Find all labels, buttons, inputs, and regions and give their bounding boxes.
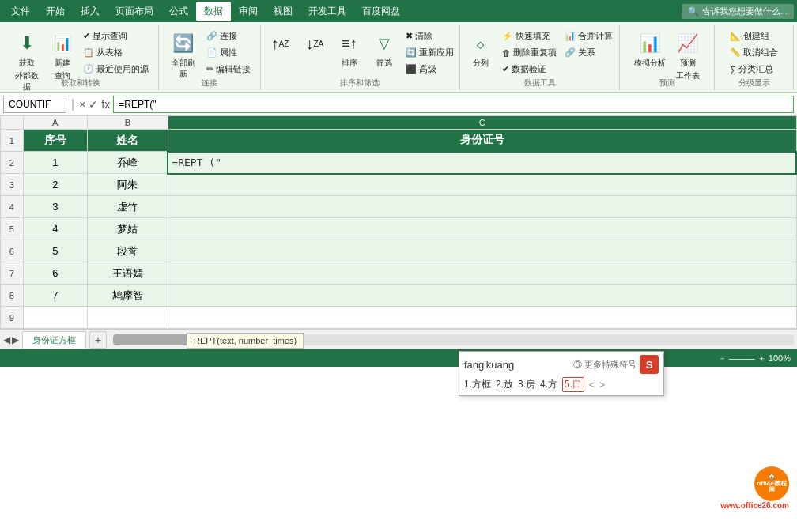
sheet-tab-1[interactable]: 身份证方框 <box>22 331 86 349</box>
name-box[interactable]: COUNTIF <box>3 96 66 113</box>
ime-info-btn[interactable]: ⑥ 更多特殊符号 <box>573 359 636 371</box>
cell-c4[interactable] <box>168 196 796 218</box>
merge-calc-button[interactable]: 📊 合并计算 <box>561 28 616 43</box>
formula-input[interactable] <box>113 96 794 113</box>
split-col-button[interactable]: ⬦ 分列 <box>464 28 497 71</box>
ime-candidate-2[interactable]: 2.放 <box>496 378 513 391</box>
col-header-c[interactable]: C <box>168 116 796 130</box>
quick-fill-button[interactable]: ⚡ 快速填充 <box>499 28 560 43</box>
row-header-4[interactable]: 4 <box>1 196 24 218</box>
cell-c5[interactable] <box>168 218 796 240</box>
menu-file[interactable]: 文件 <box>3 2 38 21</box>
row-header-6[interactable]: 6 <box>1 240 24 262</box>
grid-table: A B C 1 序号 姓名 身份证号 2 1 乔峰 =REPT (" 3 <box>0 115 797 329</box>
show-query-button[interactable]: ✔ 显示查询 <box>80 28 152 43</box>
ungroup-button[interactable]: 📏 取消组合 <box>727 45 781 60</box>
cell-b8[interactable]: 鸠摩智 <box>88 285 168 307</box>
sheet-scroll: ◀ ▶ <box>3 334 19 345</box>
from-table-button[interactable]: 📋 从表格 <box>80 45 152 60</box>
menu-insert[interactable]: 插入 <box>73 2 108 21</box>
cell-c2[interactable]: =REPT (" <box>168 152 796 174</box>
cell-c8[interactable] <box>168 285 796 307</box>
cell-c7[interactable] <box>168 262 796 285</box>
ime-candidates: 1.方框 2.放 3.房 4.方 5.口 < > <box>464 377 659 392</box>
menu-review[interactable]: 审阅 <box>231 2 266 21</box>
group-button[interactable]: 📐 创建组 <box>727 28 781 43</box>
ime-candidate-3[interactable]: 3.房 <box>518 378 535 391</box>
cell-a3[interactable]: 2 <box>23 174 87 196</box>
new-query-button[interactable]: 📊 新建 查询 <box>47 28 78 84</box>
formula-sep: | <box>70 97 76 111</box>
reapply-button[interactable]: 🔄 重新应用 <box>402 45 457 60</box>
sort-desc-button[interactable]: ↓ZA <box>298 28 331 58</box>
cell-a2[interactable]: 1 <box>23 152 87 174</box>
menu-dev[interactable]: 开发工具 <box>300 2 354 21</box>
cell-b9[interactable] <box>88 307 168 329</box>
menu-data[interactable]: 数据 <box>196 2 231 21</box>
cell-a8[interactable]: 7 <box>23 285 87 307</box>
sheet-scroll-left[interactable]: ◀ <box>3 334 10 345</box>
filter-button[interactable]: ▽ 筛选 <box>368 28 401 71</box>
recent-source-button[interactable]: 🕐 最近使用的源 <box>80 62 152 77</box>
cell-c9[interactable] <box>168 307 796 329</box>
remove-dup-button[interactable]: 🗑 删除重复项 <box>499 45 560 60</box>
func-icon[interactable]: fx <box>101 98 110 111</box>
cell-b4[interactable]: 虚竹 <box>88 196 168 218</box>
col-header-a[interactable]: A <box>23 116 87 130</box>
cell-b6[interactable]: 段誉 <box>88 240 168 262</box>
cell-a6[interactable]: 5 <box>23 240 87 262</box>
sheet-add-button[interactable]: + <box>89 331 107 349</box>
cell-b5[interactable]: 梦姑 <box>88 218 168 240</box>
row-header-8[interactable]: 8 <box>1 285 24 307</box>
sort-asc-button[interactable]: ↑AZ <box>263 28 297 58</box>
row-header-7[interactable]: 7 <box>1 262 24 285</box>
clear-button[interactable]: ✖ 清除 <box>402 28 457 43</box>
sort-asc-icon: ↑AZ <box>267 31 293 56</box>
sheet-scroll-right[interactable]: ▶ <box>12 334 19 345</box>
edit-link-button[interactable]: ✏ 编辑链接 <box>203 62 254 77</box>
relation-button[interactable]: 🔗 关系 <box>561 45 616 60</box>
ime-candidate-1[interactable]: 1.方框 <box>464 378 491 391</box>
menu-view[interactable]: 视图 <box>266 2 300 21</box>
menu-formula[interactable]: 公式 <box>161 2 196 21</box>
simulate-button[interactable]: 📊 模拟分析 <box>630 28 670 71</box>
cell-c1[interactable]: 身份证号 <box>168 130 796 152</box>
cell-b1[interactable]: 姓名 <box>88 130 168 152</box>
row-header-3[interactable]: 3 <box>1 174 24 196</box>
subtotal-button[interactable]: ∑ 分类汇总 <box>727 62 781 77</box>
forecast-button[interactable]: 📈 预测 工作表 <box>671 28 704 84</box>
ribbon-groups: ⬇ 获取 外部数据 📊 新建 查询 ✔ 显示查询 📋 从表格 🕐 最近使用的源 … <box>3 25 794 90</box>
cell-b7[interactable]: 王语嫣 <box>88 262 168 285</box>
cancel-icon[interactable]: × <box>79 98 85 111</box>
table-row: 5 4 梦姑 <box>1 218 797 240</box>
cell-a9[interactable] <box>23 307 87 329</box>
row-header-1[interactable]: 1 <box>1 130 24 152</box>
refresh-all-button[interactable]: 🔄 全部刷新 <box>165 28 202 82</box>
menu-baidu[interactable]: 百度网盘 <box>354 2 408 21</box>
cell-b3[interactable]: 阿朱 <box>88 174 168 196</box>
ime-candidate-4[interactable]: 4.方 <box>540 378 557 391</box>
menu-home[interactable]: 开始 <box>38 2 73 21</box>
cell-a5[interactable]: 4 <box>23 218 87 240</box>
menu-layout[interactable]: 页面布局 <box>108 2 161 21</box>
row-header-5[interactable]: 5 <box>1 218 24 240</box>
cell-a1[interactable]: 序号 <box>23 130 87 152</box>
cell-a7[interactable]: 6 <box>23 262 87 285</box>
confirm-icon[interactable]: ✓ <box>89 98 98 111</box>
cell-c6[interactable] <box>168 240 796 262</box>
data-validate-button[interactable]: ✔ 数据验证 <box>499 62 560 77</box>
cell-c3[interactable] <box>168 174 796 196</box>
ime-next[interactable]: > <box>599 379 605 391</box>
cell-b2[interactable]: 乔峰 <box>88 152 168 174</box>
row-header-9[interactable]: 9 <box>1 307 24 329</box>
col-header-b[interactable]: B <box>88 116 168 130</box>
row-header-2[interactable]: 2 <box>1 152 24 174</box>
ime-candidate-5[interactable]: 5.口 <box>562 377 584 392</box>
cell-a4[interactable]: 3 <box>23 196 87 218</box>
connect-button[interactable]: 🔗 连接 <box>203 28 254 43</box>
advanced-button[interactable]: ⬛ 高级 <box>402 62 457 77</box>
menu-search[interactable]: 🔍 告诉我您想要做什么... <box>682 4 794 19</box>
sort-button[interactable]: ≡↑ 排序 <box>333 28 366 71</box>
property-button[interactable]: 📄 属性 <box>203 45 254 60</box>
ime-prev[interactable]: < <box>589 379 595 391</box>
